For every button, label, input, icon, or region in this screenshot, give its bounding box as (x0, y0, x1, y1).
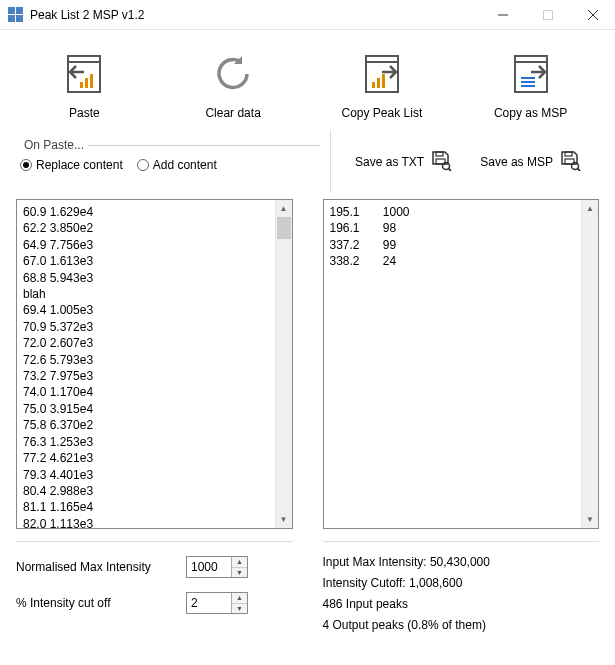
svg-rect-1 (16, 7, 23, 14)
svg-rect-12 (90, 74, 93, 88)
clear-button[interactable]: Clear data (159, 50, 308, 120)
scroll-down-icon[interactable]: ▼ (276, 511, 292, 528)
scrollbar[interactable]: ▲ ▼ (581, 200, 598, 528)
save-txt-button[interactable]: Save as TXT (355, 149, 452, 174)
spin-up-icon[interactable]: ▲ (232, 557, 247, 568)
input-text[interactable]: 60.9 1.629e4 62.2 3.850e2 64.9 7.756e3 6… (17, 200, 275, 528)
copy-peak-label: Copy Peak List (342, 106, 423, 120)
close-button[interactable] (570, 0, 615, 30)
svg-rect-19 (515, 56, 547, 62)
spin-down-icon[interactable]: ▼ (232, 604, 247, 614)
svg-rect-0 (8, 7, 15, 14)
maximize-button[interactable] (525, 0, 570, 30)
svg-rect-15 (372, 82, 375, 88)
copy-peak-icon (360, 50, 404, 98)
save-msp-button[interactable]: Save as MSP (480, 149, 581, 174)
paste-label: Paste (69, 106, 100, 120)
svg-rect-10 (80, 82, 83, 88)
svg-rect-3 (16, 15, 23, 22)
paste-button[interactable]: Paste (10, 50, 159, 120)
stat-line: 486 Input peaks (323, 594, 600, 615)
copy-msp-label: Copy as MSP (494, 106, 567, 120)
spin-up-icon[interactable]: ▲ (232, 593, 247, 604)
titlebar: Peak List 2 MSP v1.2 (0, 0, 615, 30)
scroll-thumb[interactable] (277, 217, 291, 239)
radio-replace[interactable]: Replace content (20, 158, 123, 172)
radio-replace-label: Replace content (36, 158, 123, 172)
controls-section: Normalised Max Intensity ▲ ▼ % Intensity… (16, 541, 293, 636)
svg-line-30 (577, 169, 580, 172)
scroll-track[interactable] (276, 217, 292, 511)
stat-line: Intensity Cutoff: 1,008,600 (323, 573, 600, 594)
norm-input[interactable] (187, 557, 231, 577)
spin-down-icon[interactable]: ▼ (232, 568, 247, 578)
on-paste-legend: On Paste... (20, 138, 88, 152)
norm-label: Normalised Max Intensity (16, 560, 176, 574)
cutoff-label: % Intensity cut off (16, 596, 176, 610)
svg-line-26 (449, 169, 452, 172)
scrollbar[interactable]: ▲ ▼ (275, 200, 292, 528)
svg-rect-9 (68, 56, 100, 62)
radio-add[interactable]: Add content (137, 158, 217, 172)
toolbar: Paste Clear data Copy Peak List (10, 50, 605, 120)
stat-line: Input Max Intensity: 50,430,000 (323, 552, 600, 573)
scroll-up-icon[interactable]: ▲ (582, 200, 598, 217)
mid-row: On Paste... Replace content Add content … (10, 130, 605, 193)
output-panel[interactable]: 195.1 1000 196.1 98 337.2 99 338.2 24 ▲ … (323, 199, 600, 529)
scroll-down-icon[interactable]: ▼ (582, 511, 598, 528)
svg-rect-5 (543, 10, 552, 19)
data-panels: 60.9 1.629e4 62.2 3.850e2 64.9 7.756e3 6… (16, 199, 599, 529)
minimize-button[interactable] (480, 0, 525, 30)
svg-rect-2 (8, 15, 15, 22)
copy-msp-button[interactable]: Copy as MSP (456, 50, 605, 120)
app-icon (8, 7, 24, 23)
clear-label: Clear data (205, 106, 260, 120)
cutoff-spinner[interactable]: ▲ ▼ (186, 592, 248, 614)
save-icon (430, 149, 452, 174)
output-text[interactable]: 195.1 1000 196.1 98 337.2 99 338.2 24 (324, 200, 582, 528)
radio-unchecked-icon (137, 159, 149, 171)
stats-section: Input Max Intensity: 50,430,000 Intensit… (323, 541, 600, 636)
radio-add-label: Add content (153, 158, 217, 172)
window-title: Peak List 2 MSP v1.2 (30, 8, 480, 22)
save-icon (559, 149, 581, 174)
copy-msp-icon (509, 50, 553, 98)
radio-checked-icon (20, 159, 32, 171)
copy-peak-button[interactable]: Copy Peak List (308, 50, 457, 120)
input-panel[interactable]: 60.9 1.629e4 62.2 3.850e2 64.9 7.756e3 6… (16, 199, 293, 529)
norm-spinner[interactable]: ▲ ▼ (186, 556, 248, 578)
on-paste-group: On Paste... Replace content Add content (20, 138, 320, 172)
bottom-row: Normalised Max Intensity ▲ ▼ % Intensity… (16, 541, 599, 636)
scroll-up-icon[interactable]: ▲ (276, 200, 292, 217)
svg-rect-17 (382, 74, 385, 88)
refresh-icon (211, 50, 255, 98)
cutoff-input[interactable] (187, 593, 231, 613)
save-msp-label: Save as MSP (480, 155, 553, 169)
paste-icon (62, 50, 106, 98)
save-txt-label: Save as TXT (355, 155, 424, 169)
svg-rect-16 (377, 78, 380, 88)
svg-rect-14 (366, 56, 398, 62)
scroll-track[interactable] (582, 217, 598, 511)
svg-rect-11 (85, 78, 88, 88)
stat-line: 4 Output peaks (0.8% of them) (323, 615, 600, 636)
